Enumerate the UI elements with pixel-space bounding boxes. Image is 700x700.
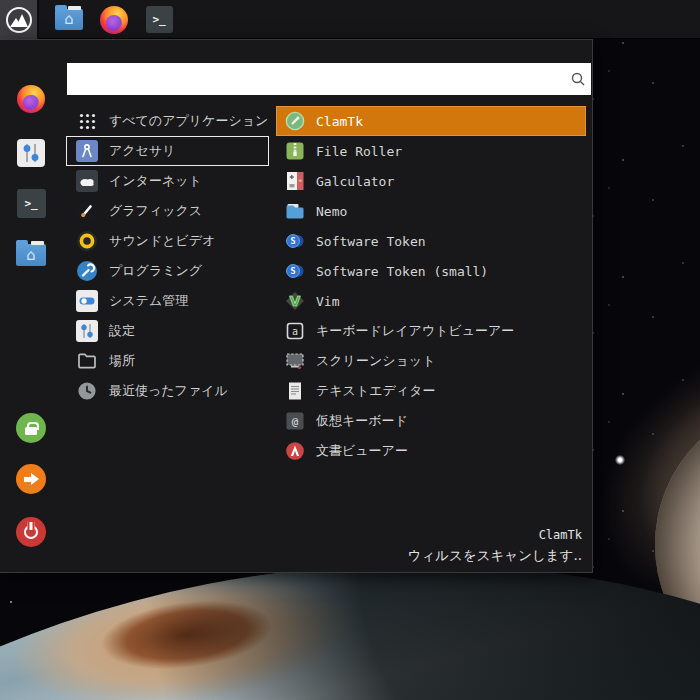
svg-text:S: S [290,236,295,246]
all-applications-grid-icon [76,110,98,132]
category-sound-video[interactable]: サウンドとビデオ [66,226,269,256]
settings-sliders-icon [17,139,45,167]
category-settings[interactable]: 設定 [66,316,269,346]
category-label: サウンドとビデオ [109,232,215,250]
app-item-software-token-small[interactable]: S Software Token (small) [276,256,586,286]
app-label: キーボードレイアウトビューアー [316,322,514,340]
svg-text:a: a [292,326,298,337]
app-item-text-editor[interactable]: テキストエディター [276,376,586,406]
system-admin-icon [76,290,98,312]
app-item-vim[interactable]: V Vim [276,286,586,316]
category-label: すべてのアプリケーション [109,112,268,130]
files-folder-icon: ⌂ [55,9,83,30]
category-places[interactable]: 場所 [66,346,269,376]
software-token-icon: S [285,231,305,251]
file-roller-icon [285,141,305,161]
document-viewer-icon [285,441,305,461]
app-item-clamtk[interactable]: ClamTk [276,106,586,136]
sound-video-icon [76,230,98,252]
app-label: Nemo [316,204,347,219]
logout-button[interactable] [16,464,46,494]
graphics-icon [76,200,98,222]
nemo-folder-icon [285,201,305,221]
app-label: 文書ビューアー [316,442,408,460]
category-all-applications[interactable]: すべてのアプリケーション [66,106,269,136]
lock-screen-button[interactable] [16,413,46,443]
app-label: File Roller [316,144,402,159]
panel-launchers: ⌂ [54,0,174,39]
places-folder-icon [76,350,98,372]
distro-logo-icon [6,7,32,33]
logout-arrow-icon [24,473,39,485]
shutdown-button[interactable] [16,517,46,547]
category-label: 設定 [109,322,135,340]
terminal-launcher[interactable] [144,4,174,36]
favorite-files[interactable]: ⌂ [16,240,46,270]
files-launcher[interactable]: ⌂ [54,4,84,36]
app-item-software-token[interactable]: S Software Token [276,226,586,256]
app-label: テキストエディター [316,382,435,400]
keyboard-layout-viewer-icon: a [285,321,305,341]
programming-icon [76,260,98,282]
screenshot-icon [285,351,305,371]
firefox-launcher[interactable] [99,4,129,36]
selected-app-description: ウィルスをスキャンします.. [408,547,582,565]
galculator-icon [285,171,305,191]
category-list: すべてのアプリケーション アクセサリ インターネット グラフィックス [66,106,269,406]
terminal-icon [146,6,173,33]
category-label: システム管理 [109,292,188,310]
virtual-keyboard-icon: @ [285,411,305,431]
internet-cloud-icon [76,170,98,192]
category-label: インターネット [109,172,202,190]
svg-text:V: V [290,293,301,309]
home-glyph-icon: ⌂ [16,244,46,266]
app-item-virtual-keyboard[interactable]: @ 仮想キーボード [276,406,586,436]
home-glyph-icon: ⌂ [55,9,83,30]
app-label: Galculator [316,174,394,189]
favorite-settings[interactable] [16,138,46,168]
selected-app-title: ClamTk [408,528,582,542]
category-programming[interactable]: プログラミング [66,256,269,286]
app-label: スクリーンショット [316,352,435,370]
svg-text:S: S [290,266,295,276]
category-internet[interactable]: インターネット [66,166,269,196]
text-editor-icon [285,381,305,401]
app-label: Software Token (small) [316,264,488,279]
app-item-galculator[interactable]: Galculator [276,166,586,196]
category-label: グラフィックス [109,202,202,220]
app-label: Vim [316,294,339,309]
power-icon [24,525,38,539]
app-item-keyboard-layout-viewer[interactable]: a キーボードレイアウトビューアー [276,316,586,346]
category-system-admin[interactable]: システム管理 [66,286,269,316]
application-list: ClamTk File Roller Galculator Nemo [276,106,586,466]
search-input[interactable] [67,63,565,95]
firefox-icon [100,6,128,34]
lock-icon [25,427,37,435]
category-accessories[interactable]: アクセサリ [66,136,269,166]
app-item-screenshot[interactable]: スクリーンショット [276,346,586,376]
recent-files-clock-icon [76,380,98,402]
firefox-icon [17,85,45,113]
category-recent-files[interactable]: 最近使ったファイル [66,376,269,406]
category-label: 最近使ったファイル [109,382,228,400]
app-item-document-viewer[interactable]: 文書ビューアー [276,436,586,466]
app-label: ClamTk [316,114,363,129]
desktop: ⌂ ⌂ [0,0,700,700]
category-graphics[interactable]: グラフィックス [66,196,269,226]
menu-button[interactable] [0,0,39,39]
files-folder-icon: ⌂ [16,244,46,266]
search-icon [565,71,591,87]
app-item-nemo[interactable]: Nemo [276,196,586,226]
search-bar [67,63,591,95]
favorite-firefox[interactable] [16,84,46,114]
app-label: Software Token [316,234,426,249]
settings-sliders-icon [76,320,98,342]
selected-app-info: ClamTk ウィルスをスキャンします.. [408,528,582,565]
svg-text:@: @ [292,415,299,427]
bright-star [615,455,625,465]
taskbar-panel: ⌂ [0,0,700,39]
app-item-file-roller[interactable]: File Roller [276,136,586,166]
clamtk-icon [285,111,305,131]
software-token-small-icon: S [285,261,305,281]
favorite-terminal[interactable] [16,188,46,218]
